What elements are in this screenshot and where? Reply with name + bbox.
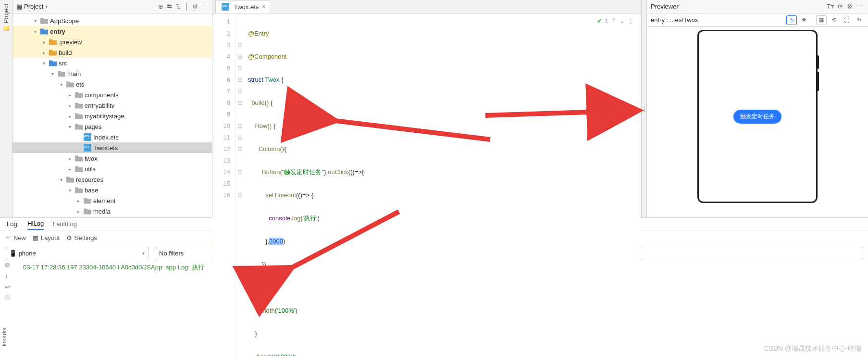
tree-item-utils[interactable]: ▸utils	[12, 164, 212, 174]
tree-item-appscope[interactable]: ▾AppScope	[12, 15, 212, 26]
code-area[interactable]: @Entry @Component struct Twox { build() …	[244, 13, 641, 356]
phone-frame: 触发定时任务	[697, 30, 818, 203]
project-view-selector[interactable]: ▤Project▾	[16, 3, 48, 10]
fold-column: ⊟⊟⊟⊟⊟⊟ ⊟⊟⊟ ⊟ ⊟	[236, 13, 244, 356]
tree-item-pages[interactable]: ▾pages	[12, 121, 212, 132]
svg-line-2	[288, 212, 399, 269]
check-icon: ✔	[597, 17, 602, 25]
log-label: Log:	[7, 220, 19, 228]
device-dropdown[interactable]: 📱 phone▾	[5, 247, 149, 259]
preview-trigger-button[interactable]: 触发定时任务	[733, 110, 781, 124]
svg-line-0	[332, 120, 490, 140]
tree-item-entry[interactable]: ▾entry	[12, 26, 212, 37]
log-settings-button[interactable]: ⚙ Settings	[66, 234, 97, 242]
tree-item--preview[interactable]: ▸.preview	[12, 37, 212, 47]
project-tool-tab[interactable]: 📁Project	[2, 4, 10, 33]
tree-item-src[interactable]: ▾src	[12, 58, 212, 68]
line-gutter: 12345678910111213141516	[212, 13, 236, 356]
project-tree[interactable]: ▾AppScope▾entry▸.preview▸build▾src▾main▾…	[12, 13, 212, 217]
log-output: ⊘ ↓ ↩ ☰ 03-17 17:28:36.197 23304-10640 I…	[0, 261, 868, 291]
previewer-title: Previewer	[651, 3, 679, 10]
editor-tab-label: Twox.ets	[234, 3, 259, 11]
project-header: ▤Project▾ ⊕ ⇆ ⇅ │ ⚙ —	[12, 0, 212, 13]
editor-tab-bar: Twox.ets ✕	[212, 0, 641, 13]
tree-item-element[interactable]: ▸element	[12, 195, 212, 206]
tree-item-entryability[interactable]: ▸entryability	[12, 100, 212, 111]
previewer-header: Previewer Tᴛ ⟳ ⚙ —	[647, 0, 868, 13]
minimize-icon[interactable]: —	[855, 3, 864, 10]
refresh-icon[interactable]: ⟳	[835, 3, 845, 10]
tree-item-ets[interactable]: ▾ets	[12, 79, 212, 89]
grid-icon[interactable]: ▦	[816, 15, 827, 25]
tree-item-resources[interactable]: ▾resources	[12, 174, 212, 185]
tree-item-twox[interactable]: ▸twox	[12, 153, 212, 164]
editor-status: ✔ 1⌃⌄⋮	[597, 17, 634, 25]
previewer-subheader: entry : ...es/Twox ◎ ❖ ▦ ⟲ ⛶ ↻	[647, 13, 868, 27]
project-panel: ▤Project▾ ⊕ ⇆ ⇅ │ ⚙ — ▾AppScope▾entry▸.p…	[12, 0, 212, 217]
code-editor[interactable]: 12345678910111213141516 ⊟⊟⊟⊟⊟⊟ ⊟⊟⊟ ⊟ ⊟ @…	[212, 13, 641, 356]
svg-line-1	[485, 111, 634, 115]
previewer-panel: Previewer Tᴛ ⟳ ⚙ — entry : ...es/Twox ◎ …	[647, 0, 868, 217]
faultlog-tab[interactable]: FaultLog	[52, 218, 77, 229]
arrow-to-log	[279, 207, 404, 280]
reload-icon[interactable]: ↻	[854, 15, 864, 25]
inspect-icon[interactable]: ◎	[786, 15, 797, 25]
arrow-to-code	[322, 111, 495, 151]
hide-icon[interactable]: —	[199, 2, 208, 11]
preview-entry-label: entry : ...es/Twox	[651, 16, 698, 24]
layers-icon[interactable]: ❖	[799, 15, 809, 25]
tree-item-components[interactable]: ▸components	[12, 89, 212, 100]
gear-icon[interactable]: ⚙	[845, 3, 855, 10]
settings-icon[interactable]: ⚙	[191, 2, 199, 11]
locate-icon[interactable]: ⊕	[156, 2, 165, 11]
tree-item-base[interactable]: ▾base	[12, 185, 212, 195]
tree-item-twox-ets[interactable]: Twox.ets	[12, 142, 212, 153]
scroll-end-icon[interactable]: ↓	[5, 272, 11, 280]
export-icon[interactable]: ☰	[5, 294, 11, 302]
left-gutter: 📁Project	[0, 0, 12, 217]
ets-file-icon	[222, 3, 229, 11]
log-layout-button[interactable]: ▦ Layout	[33, 234, 60, 242]
rotate-icon[interactable]: ⟲	[829, 15, 839, 25]
more-icon[interactable]: ⋮	[628, 17, 634, 25]
arrow-to-preview	[481, 96, 639, 127]
divide-icon[interactable]: │	[182, 2, 191, 11]
tree-item-build[interactable]: ▸build	[12, 47, 212, 58]
log-line: 03-17 17:28:36.197 23304-10640 I A0c0d0/…	[23, 263, 863, 272]
tt-icon[interactable]: Tᴛ	[826, 3, 835, 10]
preview-area: 触发定时任务	[647, 27, 868, 217]
expand-icon[interactable]: ⇆	[165, 2, 174, 11]
wrap-icon[interactable]: ↩	[5, 283, 11, 291]
editor-tab[interactable]: Twox.ets ✕	[215, 0, 270, 13]
log-new-button[interactable]: ＋ New	[5, 233, 26, 242]
tree-item-main[interactable]: ▾main	[12, 68, 212, 79]
close-tab-icon[interactable]: ✕	[261, 4, 266, 10]
clear-log-icon[interactable]: ⊘	[5, 261, 11, 268]
expand-preview-icon[interactable]: ⛶	[841, 15, 852, 25]
tree-item-myabilitystage[interactable]: ▸myabilitystage	[12, 111, 212, 121]
tree-item-index-ets[interactable]: Index.ets	[12, 132, 212, 142]
bookmarks-tab[interactable]: kmarks	[1, 328, 8, 346]
hilog-tab[interactable]: HiLog	[27, 218, 44, 230]
preview-handle[interactable]: ⋮	[641, 0, 647, 217]
tree-item-media[interactable]: ▸media	[12, 206, 212, 216]
collapse-icon[interactable]: ⇅	[174, 2, 182, 11]
watermark: CSDN @瑞晟技术服务中心-耿瑞	[764, 344, 861, 353]
